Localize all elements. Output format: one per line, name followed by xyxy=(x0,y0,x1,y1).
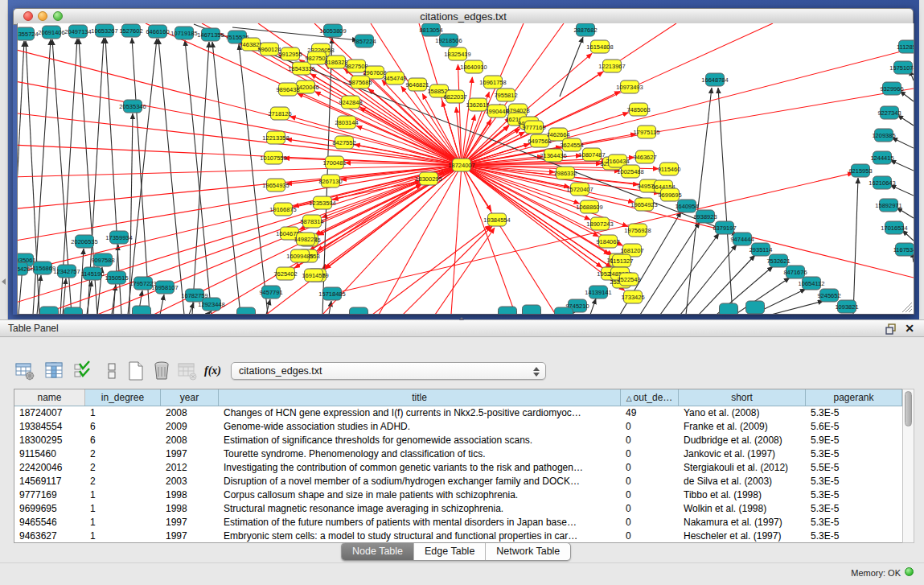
network-node[interactable]: 10654112 xyxy=(799,277,825,290)
table-row[interactable]: 2242004622012Investigating the contribut… xyxy=(14,461,902,475)
table-cell[interactable]: 2 xyxy=(85,475,161,488)
table-cell[interactable]: 1997 xyxy=(161,516,219,529)
table-cell[interactable]: 19384554 xyxy=(14,420,85,434)
table-row[interactable]: 946554611997Estimation of the future num… xyxy=(14,516,902,529)
table-cell[interactable]: 2 xyxy=(85,447,161,461)
table-cell[interactable]: Genome-wide association studies in ADHD. xyxy=(219,420,621,434)
tab-node-table[interactable]: Node Table xyxy=(342,543,414,560)
network-node[interactable]: 8454749 xyxy=(383,72,406,84)
window-resize-grip-icon[interactable] xyxy=(902,303,912,312)
network-node[interactable]: 1527602 xyxy=(119,24,142,37)
network-node[interactable]: 1350515 xyxy=(105,271,128,284)
table-cell[interactable]: 5.6E-5 xyxy=(806,420,902,434)
network-edge[interactable] xyxy=(853,178,858,314)
network-node[interactable]: 7857224 xyxy=(352,35,376,47)
network-edge[interactable] xyxy=(207,311,211,314)
table-cell[interactable]: 9463627 xyxy=(14,529,85,543)
network-edge[interactable] xyxy=(212,42,240,314)
network-node[interactable]: 9896438 xyxy=(276,83,299,96)
network-node[interactable]: 19218506 xyxy=(435,34,462,47)
network-node[interactable]: 19756928 xyxy=(624,224,651,237)
network-node[interactable]: 9245652 xyxy=(817,289,840,302)
network-edge[interactable] xyxy=(771,301,823,314)
network-node[interactable]: 17975115 xyxy=(634,126,660,138)
network-node[interactable]: 1700481 xyxy=(322,156,346,169)
create-column-icon[interactable] xyxy=(125,360,146,381)
network-edge[interactable] xyxy=(897,115,914,126)
network-edge[interactable] xyxy=(462,165,515,314)
table-cell[interactable]: 6 xyxy=(85,420,161,434)
network-node[interactable]: 1209385 xyxy=(872,129,895,142)
table-row[interactable]: 1830029562008Estimation of significance … xyxy=(14,434,902,447)
network-canvas[interactable]: 2435572420691406204971341065326715276026… xyxy=(17,23,914,315)
network-node[interactable]: 8813054 xyxy=(419,23,442,36)
table-cell[interactable]: Disruption of a novel member of a sodium… xyxy=(219,475,621,488)
table-cell[interactable]: Tibbo et al. (1998) xyxy=(679,488,806,502)
network-node[interactable]: 2935114 xyxy=(749,243,773,256)
network-node[interactable]: 19384554 xyxy=(483,213,510,226)
row-options-icon[interactable] xyxy=(101,360,122,381)
network-node[interactable]: 10973493 xyxy=(616,80,643,93)
table-cell[interactable]: 5.3E-5 xyxy=(806,488,902,502)
table-cell[interactable]: 1 xyxy=(85,516,161,529)
table-cell[interactable]: 14569117 xyxy=(14,475,85,488)
network-edge[interactable] xyxy=(640,222,700,314)
network-node[interactable] xyxy=(40,307,59,314)
network-node[interactable]: 16154808 xyxy=(586,40,613,53)
network-node[interactable]: 2522543 xyxy=(617,273,640,286)
table-row[interactable]: 1872400712008Changes of HCN gene express… xyxy=(14,406,902,420)
network-node[interactable]: 15751074 xyxy=(889,61,914,74)
table-cell[interactable]: de Silva et al. (2003) xyxy=(679,475,806,488)
network-edge[interactable] xyxy=(890,160,914,171)
network-node[interactable] xyxy=(350,307,368,314)
network-node[interactable] xyxy=(237,307,256,314)
network-edge[interactable] xyxy=(462,165,556,314)
float-panel-icon[interactable] xyxy=(885,323,897,335)
table-row[interactable]: 977716911998Corpus callosum shape and si… xyxy=(14,488,902,502)
table-cell[interactable]: 9465546 xyxy=(14,516,85,529)
table-cell[interactable]: Nakamura et al. (1997) xyxy=(679,516,806,529)
network-window-titlebar[interactable]: citations_edges.txt xyxy=(13,8,914,25)
network-node[interactable]: 12342757 xyxy=(53,265,80,278)
network-node[interactable]: 1691455 xyxy=(302,269,325,282)
network-node[interactable]: 1640954 xyxy=(675,200,698,212)
table-cell[interactable]: 1 xyxy=(85,502,161,516)
table-cell[interactable]: Structural magnetic resonance image aver… xyxy=(219,502,621,516)
table-scrollbar-thumb[interactable] xyxy=(905,391,912,426)
column-header-title[interactable]: title xyxy=(219,389,621,406)
network-node[interactable]: 11156869 xyxy=(30,262,55,274)
network-node[interactable]: 6379197 xyxy=(713,221,736,234)
network-edge[interactable] xyxy=(451,165,462,314)
panel-collapse-arrow-icon[interactable] xyxy=(2,278,6,285)
table-cell[interactable]: 0 xyxy=(621,502,679,516)
table-cell[interactable]: 9777169 xyxy=(14,488,85,502)
table-cell[interactable]: 2003 xyxy=(161,475,219,488)
network-node[interactable]: 9646821 xyxy=(405,78,429,91)
network-node[interactable] xyxy=(499,307,517,314)
table-cell[interactable]: 9115460 xyxy=(14,447,85,461)
table-scrollbar[interactable] xyxy=(902,389,914,543)
table-cell[interactable]: 5.5E-5 xyxy=(806,461,902,475)
network-node[interactable]: 12353594 xyxy=(309,196,335,209)
network-node[interactable] xyxy=(555,307,573,314)
node-table[interactable]: namein_degreeyeartitle△out_de…shortpager… xyxy=(14,389,903,543)
table-cell[interactable]: 18724007 xyxy=(14,406,85,420)
network-node[interactable]: 15720407 xyxy=(566,183,593,196)
table-row[interactable]: 1938455462009Genome-wide association stu… xyxy=(14,420,902,434)
network-node[interactable]: 5912955 xyxy=(278,47,302,60)
table-cell[interactable]: Estimation of the future numbers of pati… xyxy=(219,516,621,529)
network-node[interactable]: 7532621 xyxy=(766,254,790,267)
network-node[interactable]: 8267130 xyxy=(318,175,342,187)
network-node[interactable] xyxy=(133,306,151,314)
citation-network-graph[interactable]: 2435572420691406204971341065326715276026… xyxy=(18,23,914,314)
column-header-short[interactable]: short xyxy=(679,389,806,406)
network-edge[interactable] xyxy=(403,226,492,314)
table-source-select[interactable]: citations_edges.txt xyxy=(231,362,546,380)
network-node[interactable]: 18325419 xyxy=(444,47,470,60)
table-cell[interactable]: 0 xyxy=(621,420,679,434)
table-cell[interactable]: Yano et al. (2008) xyxy=(679,406,806,420)
table-cell[interactable]: 0 xyxy=(621,475,679,488)
function-builder-icon[interactable]: f(x) xyxy=(204,360,225,381)
network-node[interactable]: 16648784 xyxy=(701,73,728,86)
tab-edge-table[interactable]: Edge Table xyxy=(414,543,486,560)
